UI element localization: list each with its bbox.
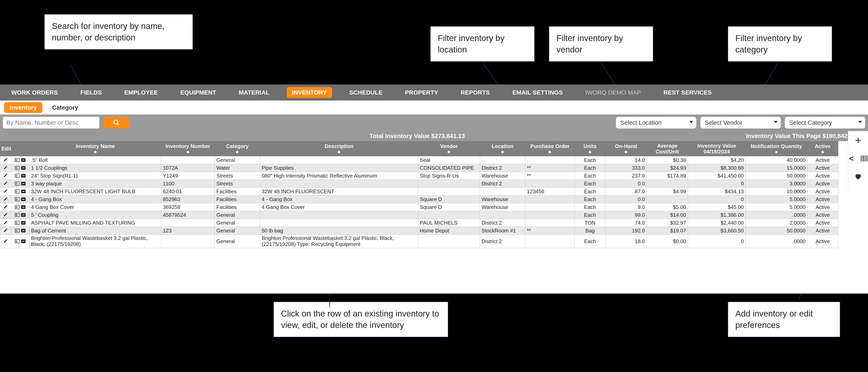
cell-val: $41,450.00 [688, 172, 746, 180]
cell-name: Brighton Professional Wastebasket 3.2 ga… [29, 235, 161, 248]
action-cell[interactable] [11, 172, 29, 180]
edit-cell[interactable] [0, 219, 11, 227]
action-cell[interactable] [11, 227, 29, 235]
cell-vendor: PAUL MICHELS [418, 219, 480, 227]
nav-reports[interactable]: REPORTS [456, 87, 495, 98]
nav-fields[interactable]: FIELDS [75, 87, 107, 98]
edit-cell[interactable] [0, 203, 11, 211]
nav-property[interactable]: PROPERTY [400, 87, 443, 98]
action-cell[interactable] [11, 164, 29, 172]
detail-icon [14, 196, 20, 202]
cell-units: Each [575, 203, 606, 211]
cell-po [525, 219, 575, 227]
table-row[interactable]: 3 way plaque1100StreetsDistrict 2Each0.0… [0, 180, 838, 188]
collapse-button[interactable]: < [845, 152, 858, 164]
edit-cell[interactable] [0, 172, 11, 180]
table-row[interactable]: 24" Stop Sign(R1-1)Y1249Streets080" High… [0, 172, 838, 180]
col-units[interactable]: Units◆ [575, 142, 606, 156]
tab-inventory[interactable]: Inventory [4, 102, 42, 113]
cell-active: Active [807, 156, 838, 164]
cell-active: Active [807, 164, 838, 172]
table-row[interactable]: ASPHALT PAVE MILLING AND TEXTURINGGenera… [0, 219, 838, 227]
cell-units: Each [575, 211, 606, 219]
col-onhand[interactable]: On-Hand◆ [606, 142, 647, 156]
cell-number: 6240-01 [161, 188, 215, 195]
table-row[interactable]: 1 1/2 Couplings1072AWaterPipe SuppliesCO… [0, 164, 838, 172]
col-edit[interactable]: Edit [0, 142, 11, 156]
col-val[interactable]: Inventory Value04/18/2024 [688, 142, 746, 156]
nav-equipment[interactable]: EQUIPMENT [175, 87, 221, 98]
nav-material[interactable]: MATERIAL [234, 87, 275, 98]
edit-cell[interactable] [0, 156, 11, 164]
action-cell[interactable] [11, 195, 29, 203]
cell-name: Bag of Cement [29, 227, 161, 235]
col-name[interactable]: Inventory Name◆ [29, 142, 161, 156]
action-cell[interactable] [11, 156, 29, 164]
svg-rect-7 [22, 160, 25, 160]
col-category[interactable]: Category◆ [215, 142, 260, 156]
action-cell[interactable] [11, 203, 29, 211]
col-avg[interactable]: Average Cost/Unit [647, 142, 688, 156]
col-location[interactable]: Location◆ [480, 142, 525, 156]
cell-category: Facilities [215, 188, 260, 195]
edit-cell[interactable] [0, 188, 11, 195]
search-button[interactable] [103, 117, 129, 128]
col-po[interactable]: Purchase Order◆ [525, 142, 575, 156]
col-number[interactable]: Inventory Number◆ [161, 142, 215, 156]
nav-email-settings[interactable]: EMAIL SETTINGS [507, 87, 568, 98]
pencil-icon [3, 188, 8, 194]
table-row[interactable]: 5 ' Coupling45879524GeneralEach99.0$14.0… [0, 211, 838, 219]
cell-name: ASPHALT PAVE MILLING AND TEXTURING [29, 219, 161, 227]
cell-avg: $19.07 [647, 227, 688, 235]
cell-description [260, 156, 418, 164]
cell-notq: 10.0000 [745, 188, 807, 195]
action-cell[interactable] [11, 219, 29, 227]
nav-inventory[interactable]: INVENTORY [287, 87, 332, 98]
table-row[interactable]: Bag of Cement123General50 lb bagHome Dep… [0, 227, 838, 235]
edit-cell[interactable] [0, 227, 11, 235]
table-row[interactable]: .5" BoltGeneralSealEach14.0$0.30$4.2040.… [0, 156, 838, 164]
cell-number [161, 156, 215, 164]
svg-rect-63 [16, 240, 17, 241]
col-description[interactable]: Description◆ [260, 142, 418, 156]
svg-rect-58 [16, 230, 18, 231]
cell-active: Active [807, 172, 838, 180]
nav-iworq-demo-map[interactable]: IWORQ DEMO MAP [580, 87, 646, 98]
edit-cell[interactable] [0, 235, 11, 248]
nav-schedule[interactable]: SCHEDULE [344, 87, 388, 98]
cell-name: 32W 48 INCH FLUORESCENT LIGHT BULB [29, 188, 161, 195]
edit-cell[interactable] [0, 211, 11, 219]
svg-rect-5 [16, 161, 17, 161]
svg-rect-9 [16, 167, 17, 167]
table-row[interactable]: 4 Gang Box Cover369258Facilities4 Gang B… [0, 203, 838, 211]
col-active[interactable]: Active◆ [807, 142, 838, 156]
action-cell[interactable] [11, 180, 29, 188]
edit-cell[interactable] [0, 180, 11, 188]
table-row[interactable]: Brighton Professional Wastebasket 3.2 ga… [0, 235, 838, 248]
select-category[interactable]: Select Category [785, 117, 865, 128]
search-input[interactable] [3, 117, 99, 128]
table-row[interactable]: 32W 48 INCH FLUORESCENT LIGHT BULB6240-0… [0, 188, 838, 195]
table-row[interactable]: 4 - Gang Box852963Facilities4 - Gang Box… [0, 195, 838, 203]
action-cell[interactable] [11, 188, 29, 195]
svg-rect-37 [22, 199, 25, 200]
edit-cell[interactable] [0, 164, 11, 172]
col-notq[interactable]: Notification Quantity◆ [745, 142, 807, 156]
svg-rect-15 [16, 175, 17, 175]
cell-val: $1,386.00 [688, 211, 746, 219]
action-cell[interactable] [11, 211, 29, 219]
nav-employee[interactable]: EMPLOYEE [119, 87, 163, 98]
favorite-button[interactable] [852, 170, 864, 183]
action-cell[interactable] [11, 235, 29, 248]
add-button[interactable] [852, 134, 864, 146]
edit-cell[interactable] [0, 195, 11, 203]
select-location[interactable]: Select Location [616, 117, 696, 128]
select-vendor[interactable]: Select Vendor [700, 117, 781, 128]
col-vendor[interactable]: Vendor◆ [418, 142, 480, 156]
sort-icon: ◆ [576, 150, 604, 154]
tab-category[interactable]: Category [46, 102, 84, 113]
barcode-button[interactable] [859, 152, 868, 164]
nav-rest-services[interactable]: REST SERVICES [658, 87, 717, 98]
remove-icon [21, 228, 26, 234]
nav-work-orders[interactable]: WORK ORDERS [6, 87, 63, 98]
